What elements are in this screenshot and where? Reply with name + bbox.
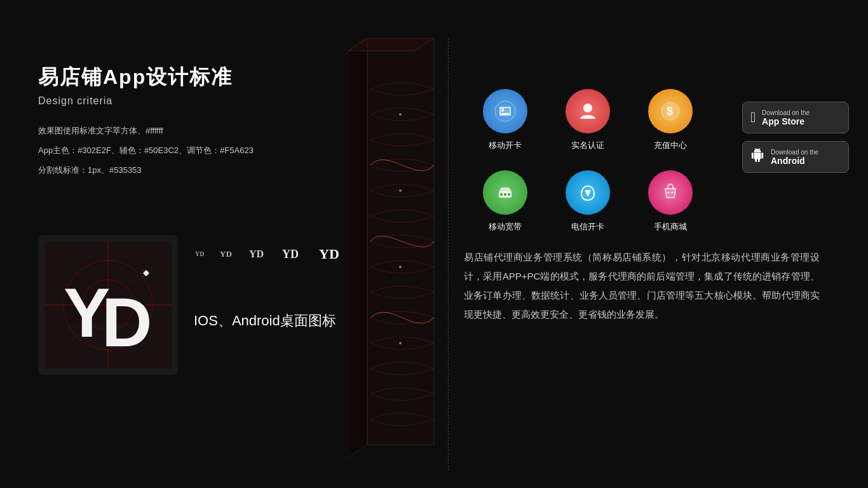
left-section: 易店铺App设计标准 Design criteria 效果图使用标准文字萃方体、… [38,64,343,183]
3d-graphic-svg [348,38,453,458]
app-icon-real-name-label: 实名认证 [571,140,604,151]
svg-text:D: D [102,283,152,361]
recharge-icon: $ [659,100,682,123]
app-icon-real-name: 实名认证 [553,89,623,151]
app-icon-phone-mall-circle [648,170,693,215]
svg-text:YD: YD [319,246,339,262]
telecom-icon [576,181,599,204]
description-text: 易店铺代理商业务管理系统（简称易店铺系统），针对北京移动代理商业务管理设计，采用… [464,248,820,324]
center-3d-graphic [348,38,453,458]
app-icon-recharge-circle: $ [648,89,693,133]
app-store-text: Download on the App Store [762,109,810,126]
real-name-icon [576,100,599,123]
svg-point-27 [500,193,503,196]
svg-point-29 [508,193,510,196]
app-icon-mobile-card: 移动开卡 [470,89,540,151]
sub-title: Design criteria [38,95,343,107]
svg-point-18 [399,266,402,268]
download-section:  Download on the App Store Download on … [742,102,849,173]
svg-text:YD: YD [195,250,204,257]
icon-variants: YD YD YD YD YD [194,238,346,266]
app-icon-broadband-label: 移动宽带 [489,221,522,233]
android-text: Download on the Android [771,149,818,166]
app-icon-telecom-circle [566,170,610,215]
apple-icon:  [750,109,756,126]
app-icon-phone-mall-label: 手机商城 [654,221,687,233]
app-store-small-text: Download on the [762,109,810,116]
logo-box: Y D [38,235,178,375]
app-icon-phone-mall: 手机商城 [635,170,705,233]
broadband-icon [494,181,517,204]
svg-point-31 [672,192,674,194]
svg-text:YD: YD [249,248,264,259]
app-icons-grid: 移动开卡 实名认证 $ [470,89,712,233]
spec-line-2: App主色：#302E2F、辅色：#50E3C2、调节色：#F5A623 [38,144,343,158]
app-icon-real-name-circle [566,89,610,133]
app-icons-section: 移动开卡 实名认证 $ [470,89,712,233]
phone-mall-icon [659,181,682,204]
icon-variant-1: YD [194,246,207,259]
app-icon-broadband-circle [483,170,527,215]
app-icon-broadband: 移动宽带 [470,170,540,233]
svg-point-28 [504,193,506,196]
app-icon-telecom: 电信开卡 [553,170,623,233]
svg-point-16 [399,113,402,116]
android-small-text: Download on the [771,149,818,156]
app-store-big-text: App Store [762,116,810,126]
app-icon-recharge: $ 充值中心 [635,89,705,151]
logo-svg: Y D [44,241,172,369]
svg-text:YD: YD [220,249,232,259]
app-icon-telecom-label: 电信开卡 [571,221,604,233]
icon-variant-5: YD [318,238,346,266]
dashed-divider [448,38,449,470]
svg-text:YD: YD [282,248,299,261]
svg-rect-15 [367,38,434,445]
svg-text:$: $ [667,105,673,118]
android-button[interactable]: Download on the Android [742,141,849,173]
svg-point-17 [399,189,402,192]
android-big-text: Android [771,156,818,166]
svg-point-22 [501,109,504,112]
app-store-button[interactable]:  Download on the App Store [742,102,849,133]
svg-marker-14 [348,38,367,458]
ios-android-label: IOS、Android桌面图标 [194,311,336,330]
svg-point-19 [399,342,402,344]
description-section: 易店铺代理商业务管理系统（简称易店铺系统），针对北京移动代理商业务管理设计，采用… [464,248,820,324]
logo-section: Y D [38,235,178,375]
spec-line-3: 分割线标准：1px、#535353 [38,164,343,177]
app-icon-recharge-label: 充值中心 [654,140,687,151]
svg-point-30 [668,192,670,194]
icon-variant-2: YD [219,244,236,261]
page-container: 易店铺App设计标准 Design criteria 效果图使用标准文字萃方体、… [0,0,868,488]
app-icon-mobile-card-label: 移动开卡 [489,140,522,151]
mobile-card-icon [494,100,517,123]
spec-line-1: 效果图使用标准文字萃方体、#ffffff [38,125,343,138]
icon-variant-4: YD [281,240,306,264]
app-icon-mobile-card-circle [483,89,527,133]
icon-variant-3: YD [248,242,269,262]
main-title: 易店铺App设计标准 [38,64,343,92]
android-icon [750,148,764,166]
svg-point-23 [583,104,592,112]
